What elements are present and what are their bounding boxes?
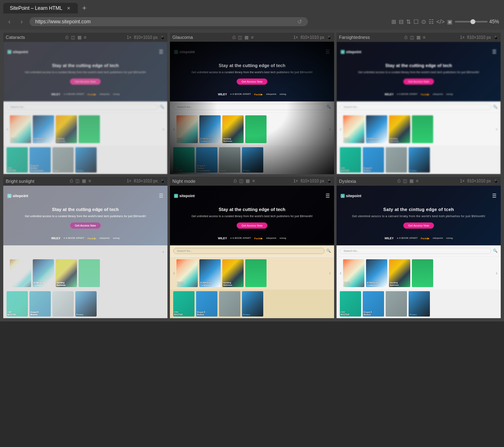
search-input[interactable]: Search for... [173, 248, 325, 254]
sp-carousel-2: CSSMASTER Drupal 8ModuleDevelopment Psyc… [170, 146, 334, 174]
hero-subtitle: Get unlimited access to a curated librar… [341, 70, 497, 74]
share-icon[interactable]: ⎙ [398, 178, 400, 184]
carousel-next[interactable]: › [329, 270, 331, 276]
reload-button[interactable]: ↺ [297, 18, 302, 25]
panel-meta: 1× 810×1010 px 📱 [127, 35, 165, 40]
active-tab[interactable]: SitePoint – Learn HTML ✕ [3, 3, 78, 13]
photo-icon[interactable]: ◫ [238, 35, 242, 40]
share-icon[interactable]: ⎙ [66, 35, 68, 40]
image-icon[interactable]: ▦ [244, 35, 249, 40]
zoom-control[interactable]: 45% [455, 19, 499, 25]
carousel-next[interactable]: › [496, 126, 497, 132]
photo-icon[interactable]: ◫ [71, 35, 75, 40]
layers-icon[interactable]: ≡ [251, 35, 253, 40]
panel-icons: ⎙ ◫ ▦ ≡ [405, 35, 425, 40]
search-input[interactable]: Search for... [173, 104, 325, 110]
search-input[interactable]: Search for... [7, 248, 158, 254]
responsive-icon[interactable]: ⊞ [391, 18, 396, 25]
layers-icon[interactable]: ≡ [88, 178, 91, 184]
cta-button[interactable]: Get Access Now [70, 222, 101, 229]
layers-icon[interactable]: ≡ [84, 35, 86, 40]
books-grid: ReactNative ECMAScriptCookbook Hackingdu… [10, 115, 161, 143]
forward-button[interactable]: › [17, 18, 26, 25]
toolbar-right: ⊞ ⊟ ⇅ ☐ ⊙ ☷ </> ▣ 45% [391, 18, 499, 25]
sp-hero: s sitepoint ☰ Stay at the cutting edge o… [170, 42, 334, 101]
image-icon[interactable]: ▦ [416, 35, 420, 40]
image-icon[interactable]: ▦ [246, 178, 250, 184]
layers-icon[interactable]: ≡ [416, 178, 418, 184]
camera-icon[interactable]: ⊙ [421, 18, 426, 25]
cta-button[interactable]: Get Access Now [403, 79, 434, 85]
book-react-native: ReactNative [343, 259, 364, 287]
panel-icons: ⎙ ◫ ▦ ≡ [233, 35, 253, 40]
book-react-native: ReactNative [343, 115, 364, 143]
panel-header-farsightedness: Farsightedness ⎙ ◫ ▦ ≡ 1× 810×1010 px 📱 [337, 33, 501, 42]
photo-icon[interactable]: ◫ [75, 178, 79, 184]
photo-icon[interactable]: ◫ [410, 35, 414, 40]
carousel-next[interactable]: › [496, 270, 497, 276]
carousel-prev[interactable]: ‹ [340, 270, 341, 276]
photo-icon[interactable]: ◫ [403, 178, 407, 184]
search-icon[interactable]: 🔍 [160, 105, 164, 109]
panel-meta: 1× 810×1010 px 📱 [293, 179, 332, 183]
back-button[interactable]: ‹ [5, 18, 14, 25]
sync-icon[interactable]: ⇅ [406, 18, 411, 25]
panel-meta: 1× 810×1010 px 📱 [293, 35, 332, 40]
share-icon[interactable]: ⎙ [405, 35, 407, 40]
photo-icon[interactable]: ◫ [239, 178, 243, 184]
hamburger-icon[interactable]: ☰ [159, 49, 163, 55]
share-icon[interactable]: ⎙ [234, 178, 237, 184]
search-input[interactable]: Search for... [340, 248, 491, 254]
carousel-next[interactable]: › [163, 270, 164, 276]
search-input[interactable]: Search for... [340, 104, 491, 110]
device-icon[interactable]: ☷ [429, 18, 434, 25]
image-icon[interactable]: ▦ [77, 35, 81, 40]
carousel-prev[interactable]: ‹ [340, 126, 341, 132]
layers-icon[interactable]: ≡ [423, 35, 425, 40]
carousel-prev[interactable]: ‹ [7, 126, 8, 132]
hamburger-icon[interactable]: ☰ [492, 193, 497, 199]
cta-button[interactable]: Get Access Now [403, 222, 434, 229]
tab-close-button[interactable]: ✕ [66, 5, 71, 11]
layers-icon[interactable]: ≡ [252, 178, 255, 184]
new-tab-button[interactable]: + [79, 3, 89, 13]
carousel-next[interactable]: › [329, 126, 331, 132]
image-icon[interactable]: ▦ [409, 178, 414, 184]
mobile-icon: 📱 [160, 179, 165, 183]
carousel-next[interactable]: › [163, 126, 164, 132]
hamburger-icon[interactable]: ☰ [492, 49, 497, 55]
hero-subtitle-dyslexia: Get utemilnid aesccs to a catrued lirrab… [341, 214, 497, 218]
hamburger-icon[interactable]: ☰ [159, 193, 163, 199]
cta-button[interactable]: Get Access Now [70, 79, 101, 85]
cta-button[interactable]: Get Access Now [237, 79, 267, 85]
panel-glaucoma: Glaucoma ⎙ ◫ ▦ ≡ 1× 810×1010 px 📱 [170, 33, 334, 174]
mobile-icon: 📱 [493, 179, 498, 183]
url-bar[interactable]: https://www.sitepoint.com ↺ [29, 17, 308, 26]
filter-icon[interactable]: ⊟ [399, 18, 404, 25]
carousel-prev[interactable]: ‹ [173, 126, 175, 132]
search-input[interactable]: Search for... [7, 104, 158, 110]
cta-button[interactable]: Get Access Now [237, 222, 267, 229]
hamburger-icon[interactable]: ☰ [325, 49, 330, 55]
code-icon[interactable]: </> [436, 18, 445, 25]
screenshot-icon[interactable]: ☐ [414, 18, 419, 25]
sp-partners: WILEY ● A BOOK APART Packt▶ sitepoint sm… [341, 234, 497, 240]
browser-chrome: SitePoint – Learn HTML ✕ + ‹ › https://w… [0, 0, 504, 29]
preview-grid: Cataracts ⎙ ◫ ▦ ≡ 1× 810×1010 px 📱 [0, 29, 504, 321]
carousel-prev[interactable]: ‹ [173, 270, 175, 276]
share-icon[interactable]: ⎙ [233, 35, 235, 40]
book-react-native: ReactNative [10, 259, 31, 287]
zoom-slider[interactable] [455, 21, 488, 22]
hero-subtitle: Get unlimited access to a curated librar… [7, 70, 163, 74]
carousel-prev[interactable]: ‹ [7, 270, 8, 276]
image-icon[interactable]: ▦ [82, 178, 86, 184]
packt-logo: Packt▶ [88, 93, 96, 96]
book-privacy: Privacy [75, 147, 97, 173]
share-icon[interactable]: ⎙ [70, 178, 73, 184]
hamburger-icon[interactable]: ☰ [325, 193, 330, 199]
search-icon[interactable]: 🔍 [326, 105, 331, 109]
sp-nav: s sitepoint ☰ [174, 49, 330, 55]
sp-preview: s sitepoint ☰ Saty at the cinttug edge o… [337, 186, 501, 318]
dimensions: 810×1010 px [134, 35, 158, 40]
panel-icon[interactable]: ▣ [447, 18, 452, 25]
